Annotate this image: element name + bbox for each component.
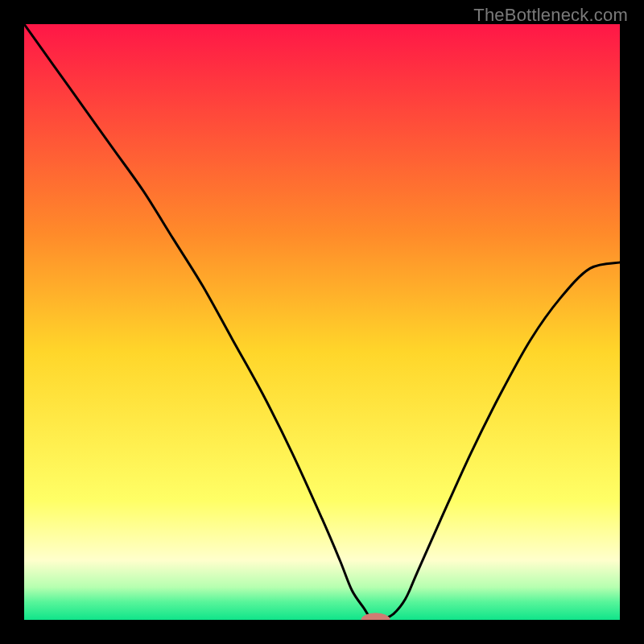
- plot-area: [24, 24, 620, 620]
- watermark-text: TheBottleneck.com: [473, 5, 628, 26]
- chart-svg: [24, 24, 620, 620]
- gradient-rect: [24, 24, 620, 620]
- chart-frame: TheBottleneck.com: [0, 0, 644, 644]
